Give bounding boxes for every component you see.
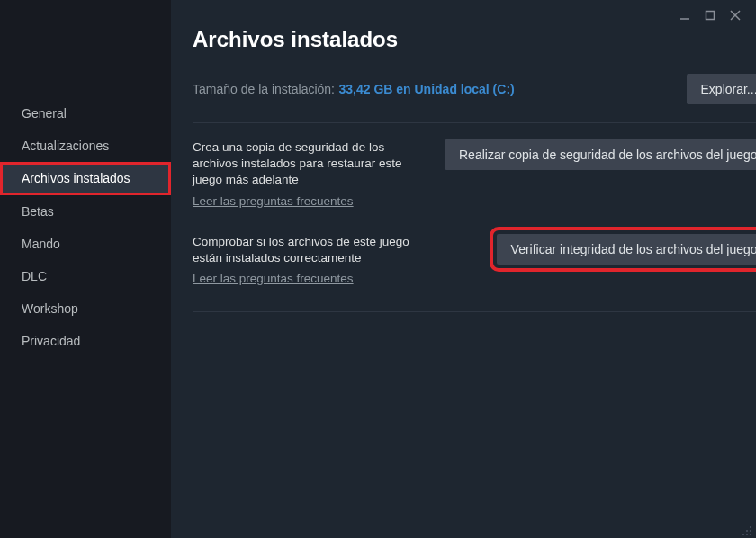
svg-point-9 <box>750 534 752 535</box>
sidebar-item-label: Mando <box>22 237 60 251</box>
sidebar-item-label: Privacidad <box>22 334 80 348</box>
sidebar-item-general[interactable]: General <box>0 97 171 130</box>
svg-rect-1 <box>706 12 715 20</box>
minimize-button[interactable] <box>679 9 691 22</box>
page-title: Archivos instalados <box>193 27 756 52</box>
backup-description: Crea una copia de seguridad de los archi… <box>193 139 418 189</box>
main-content: Archivos instalados Tamaño de la instala… <box>171 0 756 538</box>
browse-button[interactable]: Explorar... <box>687 74 756 104</box>
install-size-text: Tamaño de la instalación: 33,42 GB en Un… <box>193 81 515 97</box>
verify-description: Comprobar si los archivos de este juego … <box>193 234 418 266</box>
backup-section: Crea una copia de seguridad de los archi… <box>193 139 756 209</box>
backup-button[interactable]: Realizar copia de seguridad de los archi… <box>445 139 756 170</box>
resize-grip[interactable] <box>742 524 752 534</box>
resize-grip-icon <box>742 525 752 536</box>
backup-text: Crea una copia de seguridad de los archi… <box>193 139 418 209</box>
verify-faq-link[interactable]: Leer las preguntas frecuentes <box>193 272 354 285</box>
install-size-row: Tamaño de la instalación: 33,42 GB en Un… <box>193 74 756 104</box>
maximize-icon <box>705 10 716 21</box>
svg-point-5 <box>746 530 748 532</box>
close-button[interactable] <box>729 9 742 22</box>
backup-faq-link[interactable]: Leer las preguntas frecuentes <box>193 194 354 208</box>
sidebar-item-betas[interactable]: Betas <box>0 195 171 228</box>
svg-point-7 <box>742 534 744 535</box>
verify-text: Comprobar si los archivos de este juego … <box>193 234 418 286</box>
sidebar-item-controller[interactable]: Mando <box>0 228 171 260</box>
verify-action: Verificar integridad de los archivos del… <box>445 234 756 265</box>
titlebar <box>664 0 756 31</box>
sidebar-item-workshop[interactable]: Workshop <box>0 292 171 325</box>
divider <box>193 311 756 312</box>
sidebar-item-privacy[interactable]: Privacidad <box>0 325 171 357</box>
install-size-value: 33,42 GB en Unidad local (C:) <box>338 82 514 96</box>
sidebar-item-updates[interactable]: Actualizaciones <box>0 130 171 162</box>
backup-action: Realizar copia de seguridad de los archi… <box>445 139 756 170</box>
close-icon <box>730 10 741 21</box>
install-size-label: Tamaño de la instalación: <box>193 82 335 96</box>
svg-point-4 <box>750 526 752 528</box>
sidebar-item-label: Betas <box>22 204 54 219</box>
sidebar-item-label: Workshop <box>22 301 78 316</box>
verify-button[interactable]: Verificar integridad de los archivos del… <box>497 234 756 265</box>
divider <box>193 122 756 123</box>
minimize-icon <box>680 10 690 21</box>
maximize-button[interactable] <box>704 9 716 22</box>
sidebar-item-label: DLC <box>22 269 47 283</box>
svg-point-8 <box>746 534 748 535</box>
sidebar: General Actualizaciones Archivos instala… <box>0 0 171 538</box>
sidebar-item-label: General <box>22 106 67 121</box>
verify-section: Comprobar si los archivos de este juego … <box>193 234 756 286</box>
sidebar-item-label: Actualizaciones <box>22 139 109 153</box>
sidebar-item-installed-files[interactable]: Archivos instalados <box>0 162 171 194</box>
sidebar-item-label: Archivos instalados <box>22 171 130 185</box>
sidebar-item-dlc[interactable]: DLC <box>0 260 171 292</box>
svg-point-6 <box>750 530 752 532</box>
